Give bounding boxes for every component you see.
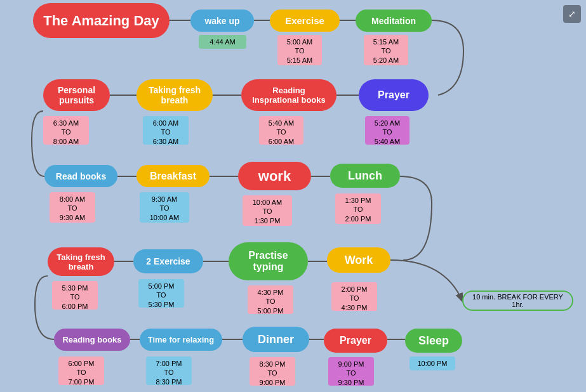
- node-work1[interactable]: work: [238, 162, 311, 190]
- timebox-tb-lunch: 1:30 PM TO 2:00 PM: [335, 193, 381, 224]
- timebox-tb-sleep: 10:00 PM: [410, 356, 455, 370]
- node-breakfast[interactable]: Breakfast: [137, 165, 210, 187]
- node-freshbreath2[interactable]: Taking fresh breath: [48, 247, 114, 276]
- expand-icon: ⤢: [568, 9, 576, 19]
- node-readbooks[interactable]: Read books: [44, 165, 117, 187]
- node-wakeup[interactable]: wake up: [190, 10, 254, 32]
- timebox-tb-practise: 4:30 PM TO 5:00 PM: [248, 285, 293, 314]
- timebox-tb-work1: 10:00 AM TO 1:30 PM: [243, 195, 292, 226]
- timebox-tb-work2: 2:00 PM TO 4:30 PM: [331, 282, 377, 311]
- node-readingbooks[interactable]: Reading books: [54, 329, 130, 351]
- node-work2[interactable]: Work: [327, 247, 390, 273]
- node-breaknote[interactable]: 10 min. BREAK FOR EVERY 1hr.: [462, 291, 573, 311]
- timebox-tb-readingbooks: 6:00 PM TO 7:00 PM: [58, 356, 104, 385]
- timebox-tb-relaxing: 7:00 PM TO 8:30 PM: [146, 356, 192, 385]
- timebox-tb-meditation: 5:15 AM TO 5:20 AM: [364, 35, 408, 65]
- timebox-tb-breakfast: 9:30 AM TO 10:00 AM: [140, 192, 189, 223]
- node-meditation[interactable]: Meditation: [356, 10, 432, 32]
- node-sleep[interactable]: Sleep: [405, 329, 462, 353]
- timebox-tb-prayer2: 9:00 PM TO 9:30 PM: [328, 357, 374, 386]
- node-reading[interactable]: Reading insprational books: [241, 79, 336, 111]
- node-title[interactable]: The Amazing Day: [33, 3, 170, 38]
- timebox-tb-freshbreath2: 5:30 PM TO 6:00 PM: [52, 281, 98, 310]
- timebox-tb-personal: 6:30 AM TO 8:00 AM: [43, 116, 89, 145]
- expand-button[interactable]: ⤢: [563, 5, 581, 23]
- node-exercise2[interactable]: 2 Exercise: [133, 249, 203, 273]
- node-dinner[interactable]: Dinner: [243, 327, 309, 352]
- node-freshbreath1[interactable]: Taking fresh breath: [137, 79, 213, 111]
- node-prayer1[interactable]: Prayer: [359, 79, 429, 111]
- timebox-tb-exercise2: 5:00 PM TO 5:30 PM: [138, 279, 184, 308]
- timebox-tb-prayer1: 5:20 AM TO 5:40 AM: [365, 116, 410, 145]
- node-relaxing[interactable]: Time for relaxing: [140, 329, 222, 351]
- timebox-tb-dinner: 8:30 PM TO 9:00 PM: [250, 357, 295, 386]
- node-lunch[interactable]: Lunch: [330, 164, 400, 188]
- node-prayer2[interactable]: Prayer: [324, 329, 387, 353]
- timebox-tb-exercise1: 5:00 AM TO 5:15 AM: [277, 35, 322, 65]
- timebox-tb-freshbreath1: 6:00 AM TO 6:30 AM: [143, 116, 189, 145]
- node-exercise1[interactable]: Exercise: [270, 10, 340, 32]
- timebox-tb-wakeup: 4:44 AM: [199, 35, 246, 49]
- timebox-tb-reading: 5:40 AM TO 6:00 AM: [259, 116, 303, 145]
- node-practise[interactable]: Practise typing: [229, 242, 308, 280]
- timebox-tb-readbooks: 8:00 AM TO 9:30 AM: [50, 192, 95, 223]
- node-personal[interactable]: Personal pursuits: [43, 79, 110, 111]
